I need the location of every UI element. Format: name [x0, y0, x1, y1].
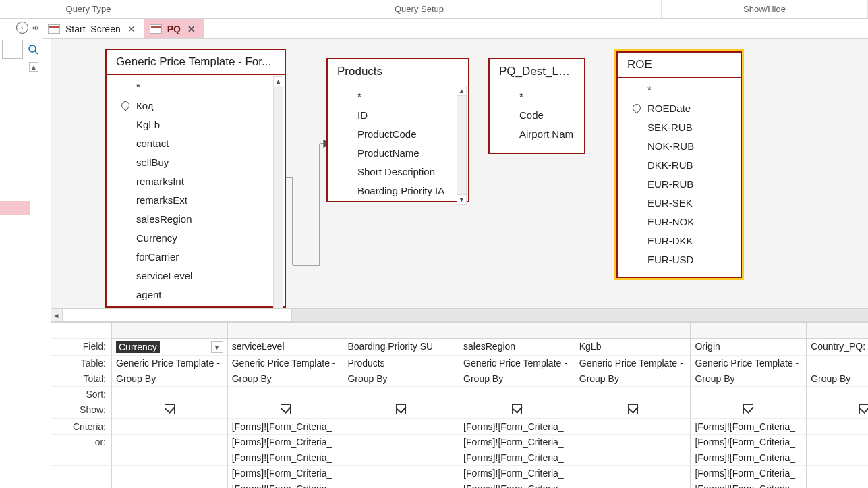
- show-checkbox[interactable]: [165, 404, 175, 414]
- tab-pq[interactable]: PQ ✕: [144, 19, 204, 38]
- field-sek-rub[interactable]: SEK-RUB: [618, 118, 741, 137]
- close-icon[interactable]: ✕: [126, 24, 137, 34]
- grid-sort-cell[interactable]: [343, 387, 459, 402]
- grid-or-cell[interactable]: [575, 481, 691, 488]
- field-servicelevel[interactable]: serviceLevel: [107, 267, 285, 286]
- field-agent[interactable]: agent: [107, 286, 285, 304]
- grid-criteria-cell[interactable]: [112, 419, 228, 435]
- grid-field-cell[interactable]: Currency▾: [112, 339, 228, 356]
- field-remarksext[interactable]: remarksExt: [107, 191, 285, 210]
- field-shortdesc[interactable]: Short Description: [328, 163, 468, 182]
- design-hscrollbar[interactable]: ◄: [51, 308, 868, 322]
- grid-or-cell[interactable]: [807, 481, 868, 488]
- grid-or-cell[interactable]: [Forms]![Form_Criteria_: [228, 466, 344, 481]
- field-star[interactable]: *: [490, 87, 584, 106]
- grid-show-cell[interactable]: [691, 402, 807, 419]
- column-selector[interactable]: [459, 323, 575, 339]
- grid-field-cell[interactable]: Origin: [691, 339, 807, 356]
- field-contact[interactable]: contact: [107, 134, 285, 153]
- grid-or-cell[interactable]: [112, 450, 228, 466]
- grid-or-cell[interactable]: [Forms]![Form_Criteria_: [691, 466, 807, 481]
- nav-search-input[interactable]: [2, 40, 23, 59]
- grid-or-cell[interactable]: [Forms]![Form_Criteria_: [691, 450, 807, 466]
- grid-or-cell[interactable]: [112, 466, 228, 481]
- column-selector[interactable]: [112, 323, 228, 339]
- query-design-canvas[interactable]: Generic Price Template - For... * Код Kg…: [51, 39, 868, 308]
- field-remarksint[interactable]: remarksInt: [107, 172, 285, 191]
- grid-sort-cell[interactable]: [575, 387, 691, 402]
- grid-table-cell[interactable]: [807, 356, 868, 371]
- grid-total-cell[interactable]: Group By: [459, 371, 575, 387]
- grid-or-cell[interactable]: [112, 435, 228, 450]
- close-icon[interactable]: ✕: [186, 24, 197, 34]
- field-nok-rub[interactable]: NOK-RUB: [618, 137, 741, 156]
- tab-start-screen[interactable]: Start_Screen ✕: [42, 19, 144, 38]
- table-products[interactable]: Products * ID ProductCode ProductName Sh…: [326, 58, 469, 202]
- nav-collapse-icon[interactable]: ««: [32, 23, 37, 32]
- field-boardingpriority[interactable]: Boarding Priority IA: [328, 182, 468, 200]
- grid-show-cell[interactable]: [575, 402, 691, 419]
- field-star[interactable]: *: [618, 80, 741, 99]
- grid-or-cell[interactable]: [343, 450, 459, 466]
- grid-field-cell[interactable]: Boarding Priority SU: [343, 339, 459, 356]
- field-star[interactable]: *: [328, 87, 468, 106]
- grid-total-cell[interactable]: Group By: [228, 371, 344, 387]
- grid-or-cell[interactable]: [Forms]![Form_Criteria_: [228, 435, 344, 450]
- table-pq-dest-loo[interactable]: PQ_Dest_Loo... * Code Airport Nam: [488, 58, 585, 154]
- grid-or-cell[interactable]: [807, 435, 868, 450]
- grid-criteria-cell[interactable]: [575, 419, 691, 435]
- field-list[interactable]: * Code Airport Nam: [490, 87, 584, 144]
- scrollbar-thumb[interactable]: [63, 309, 292, 321]
- table-roe[interactable]: ROE * ROEDate SEK-RUB NOK-RUB DKK-RUB EU…: [616, 51, 742, 278]
- column-selector[interactable]: [228, 323, 344, 339]
- grid-sort-cell[interactable]: [807, 387, 868, 402]
- grid-show-cell[interactable]: [807, 402, 868, 419]
- grid-table-cell[interactable]: Products: [343, 356, 459, 371]
- grid-or-cell[interactable]: [Forms]![Form_Criteria_: [459, 466, 575, 481]
- grid-or-cell[interactable]: [Forms]![Form_Criteria_: [459, 450, 575, 466]
- grid-or-cell[interactable]: [Forms]![Form_Criteria_: [459, 481, 575, 488]
- grid-field-cell[interactable]: Country_PQ:: [807, 339, 868, 356]
- grid-criteria-cell[interactable]: [Forms]![Form_Criteria_: [691, 419, 807, 435]
- nav-scroll-up-icon[interactable]: ▲: [29, 62, 38, 72]
- scrollbar[interactable]: ▲ ▼: [457, 86, 467, 205]
- field-eur-sek[interactable]: EUR-SEK: [618, 194, 741, 213]
- grid-total-cell[interactable]: Group By: [112, 371, 228, 387]
- scroll-up-icon[interactable]: ▲: [457, 86, 466, 96]
- grid-sort-cell[interactable]: [691, 387, 807, 402]
- field-currency[interactable]: Currency: [107, 229, 285, 248]
- grid-or-cell[interactable]: [Forms]![Form_Criteria_: [228, 481, 344, 488]
- qbe-grid[interactable]: Field:Currency▾serviceLevelBoarding Prio…: [51, 322, 868, 488]
- field-forcarrier[interactable]: forCarrier: [107, 248, 285, 267]
- field-id[interactable]: ID: [328, 106, 468, 125]
- field-eur-usd[interactable]: EUR-USD: [618, 250, 741, 269]
- grid-table-cell[interactable]: Generic Price Template -: [691, 356, 807, 371]
- grid-or-cell[interactable]: [343, 466, 459, 481]
- nav-back-icon[interactable]: ‹: [16, 22, 28, 34]
- grid-total-cell[interactable]: Group By: [807, 371, 868, 387]
- grid-or-cell[interactable]: [575, 466, 691, 481]
- table-generic-price-template[interactable]: Generic Price Template - For... * Код Kg…: [105, 49, 286, 308]
- grid-field-cell[interactable]: KgLb: [575, 339, 691, 356]
- grid-field-cell[interactable]: serviceLevel: [228, 339, 344, 356]
- field-list[interactable]: * ROEDate SEK-RUB NOK-RUB DKK-RUB EUR-RU…: [618, 80, 741, 269]
- scroll-up-icon[interactable]: ▲: [274, 77, 283, 86]
- field-code[interactable]: Code: [490, 106, 584, 125]
- grid-or-cell[interactable]: [Forms]![Form_Criteria_: [228, 450, 344, 466]
- grid-or-cell[interactable]: [343, 481, 459, 488]
- grid-sort-cell[interactable]: [112, 387, 228, 402]
- show-checkbox[interactable]: [281, 404, 291, 414]
- show-checkbox[interactable]: [743, 404, 753, 414]
- field-star[interactable]: *: [107, 78, 285, 97]
- show-checkbox[interactable]: [396, 404, 406, 414]
- grid-criteria-cell[interactable]: [343, 419, 459, 435]
- grid-or-cell[interactable]: [Forms]![Form_Criteria_: [691, 435, 807, 450]
- grid-total-cell[interactable]: Group By: [575, 371, 691, 387]
- grid-or-cell[interactable]: [Forms]![Form_Criteria_: [459, 435, 575, 450]
- field-kglb[interactable]: KgLb: [107, 115, 285, 134]
- column-selector[interactable]: [343, 323, 459, 339]
- field-list[interactable]: * ID ProductCode ProductName Short Descr…: [328, 87, 468, 200]
- field-sellbuy[interactable]: sellBuy: [107, 153, 285, 172]
- grid-table-cell[interactable]: Generic Price Template -: [112, 356, 228, 371]
- scroll-down-icon[interactable]: ▼: [457, 194, 466, 204]
